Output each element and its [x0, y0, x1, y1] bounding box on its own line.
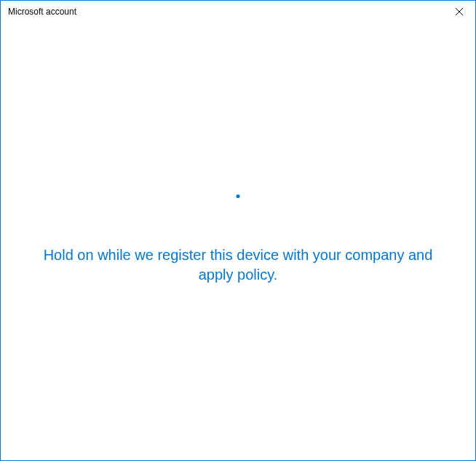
spinner-dot-icon — [237, 194, 240, 198]
close-icon — [456, 8, 463, 15]
dialog-window: Microsoft account Hold on while we regis… — [0, 0, 476, 461]
dialog-content: Hold on while we register this device wi… — [1, 23, 475, 460]
close-button[interactable] — [443, 1, 475, 23]
status-message: Hold on while we register this device wi… — [20, 245, 456, 285]
loading-spinner — [223, 194, 253, 224]
titlebar: Microsoft account — [1, 1, 475, 23]
window-title: Microsoft account — [8, 7, 76, 17]
